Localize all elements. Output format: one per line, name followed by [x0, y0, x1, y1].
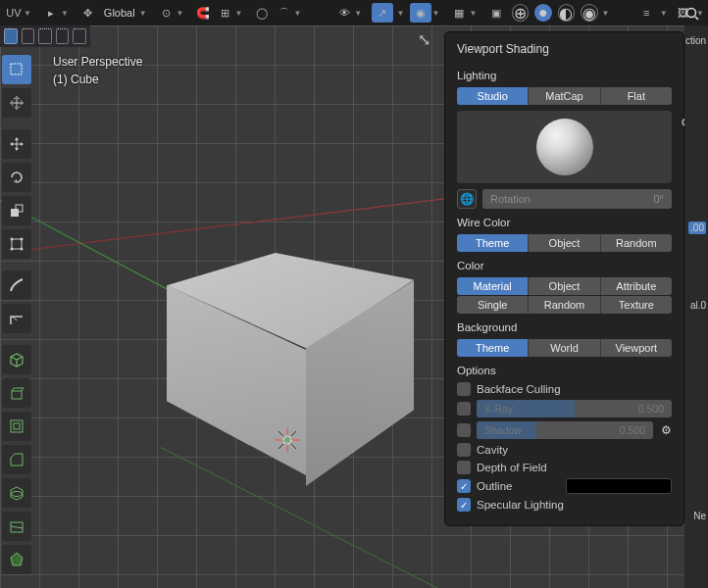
bg-world-button[interactable]: World — [529, 339, 600, 357]
shading-solid-icon[interactable]: ● — [534, 4, 551, 22]
color-single-button[interactable]: Single — [457, 296, 529, 314]
svg-point-22 — [21, 238, 24, 241]
info-perspective: User Perspective — [53, 55, 142, 69]
specular-checkbox[interactable] — [457, 498, 471, 512]
overlay-icon[interactable]: ◉ — [410, 3, 431, 23]
wirecolor-theme-button[interactable]: Theme — [457, 234, 529, 252]
lighting-flat-button[interactable]: Flat — [601, 87, 672, 105]
snap-grid-icon[interactable]: ⊞ — [215, 3, 234, 23]
flag-icon[interactable]: ▸ — [41, 3, 61, 23]
bg-viewport-button[interactable]: Viewport — [601, 339, 672, 357]
tool-knife[interactable] — [2, 512, 31, 541]
svg-line-11 — [695, 17, 698, 20]
outline-color-swatch[interactable] — [566, 478, 672, 494]
tool-annotate[interactable] — [2, 270, 31, 300]
tool-rotate[interactable] — [2, 163, 31, 192]
rotation-field[interactable]: Rotation 0° — [482, 189, 672, 209]
rotation-label: Rotation — [490, 193, 531, 205]
xray-slider[interactable]: X-Ray 0.500 — [477, 400, 672, 417]
bg-theme-button[interactable]: Theme — [457, 339, 529, 357]
snap-icon[interactable]: 🧲 — [193, 3, 213, 23]
backface-label: Backface Culling — [477, 383, 561, 395]
dof-checkbox[interactable] — [457, 461, 471, 474]
studio-preview[interactable]: ⚙ — [457, 111, 672, 183]
cavity-checkbox[interactable] — [457, 443, 471, 457]
search-icon[interactable] — [683, 4, 702, 24]
lighting-label: Lighting — [457, 70, 672, 81]
tool-move[interactable] — [2, 129, 31, 159]
tool-loopcut[interactable] — [2, 478, 31, 508]
chevron-down-icon: ▼ — [177, 9, 184, 18]
xray-checkbox[interactable] — [457, 402, 471, 416]
lighting-studio-button[interactable]: Studio — [457, 87, 529, 105]
cavity-label: Cavity — [477, 444, 508, 456]
backface-row[interactable]: Backface Culling — [457, 382, 672, 396]
lighting-mode-row: Studio MatCap Flat — [457, 87, 672, 105]
shading-render-icon[interactable]: ◉ — [581, 4, 597, 22]
color-random-button[interactable]: Random — [529, 296, 600, 314]
orientation-label: Global — [100, 7, 139, 19]
falloff-icon[interactable]: ⌒ — [274, 3, 293, 23]
shading-matprev-icon[interactable]: ◐ — [558, 4, 575, 22]
gizmo-icon[interactable]: ↗ — [372, 3, 392, 23]
dof-row[interactable]: Depth of Field — [457, 461, 672, 474]
shadow-label: Shadow — [484, 421, 522, 439]
world-space-icon[interactable]: 🌐 — [457, 189, 477, 209]
gear-icon[interactable]: ⚙ — [661, 423, 672, 437]
select-mode-extend[interactable] — [22, 28, 35, 44]
tool-poly[interactable] — [2, 545, 31, 574]
svg-rect-25 — [12, 391, 22, 399]
edge-text: ction — [685, 35, 706, 46]
shadow-checkbox[interactable] — [457, 423, 471, 437]
visibility-icon[interactable]: 👁 — [334, 3, 354, 23]
svg-rect-18 — [11, 209, 19, 217]
specular-row[interactable]: Specular Lighting — [457, 498, 672, 512]
cavity-row[interactable]: Cavity — [457, 443, 672, 457]
svg-rect-20 — [12, 239, 22, 249]
tool-extrude[interactable] — [2, 378, 31, 408]
chevron-down-icon: ▼ — [24, 9, 31, 18]
select-mode-intersect[interactable] — [73, 28, 86, 44]
editor-type-icon[interactable]: ≡ — [636, 3, 655, 23]
tool-measure[interactable] — [2, 304, 31, 333]
backface-checkbox[interactable] — [457, 382, 471, 396]
tool-cursor[interactable] — [2, 88, 31, 118]
svg-point-10 — [687, 9, 696, 18]
select-mode-set[interactable] — [4, 28, 18, 44]
toggle-icon[interactable]: ▣ — [486, 3, 505, 23]
tool-select[interactable] — [2, 55, 31, 84]
chevron-down-icon: ▼ — [354, 9, 362, 18]
select-mode-invert[interactable] — [56, 28, 70, 44]
color-material-button[interactable]: Material — [457, 277, 529, 295]
outline-row[interactable]: Outline — [457, 478, 672, 494]
select-mode-subtract[interactable] — [38, 28, 52, 44]
proportional-icon[interactable]: ◯ — [252, 3, 272, 23]
shadow-slider[interactable]: Shadow 0.500 — [477, 421, 653, 439]
shading-wire-icon[interactable]: ⊕ — [512, 4, 529, 22]
tool-scale[interactable] — [2, 196, 31, 225]
wirecolor-object-button[interactable]: Object — [529, 234, 600, 252]
pivot-icon[interactable]: ⊙ — [157, 3, 177, 23]
collapse-icon[interactable]: ⤡ — [418, 30, 430, 49]
color-attribute-button[interactable]: Attribute — [601, 277, 672, 295]
tool-add-cube[interactable] — [2, 345, 31, 374]
color-row2: Single Random Texture — [457, 296, 672, 314]
uv-mode-dropdown[interactable]: UV — [4, 3, 24, 23]
svg-rect-12 — [11, 64, 22, 74]
color-texture-button[interactable]: Texture — [601, 296, 672, 314]
tool-transform[interactable] — [2, 229, 31, 259]
xray-icon[interactable]: ▦ — [449, 3, 469, 23]
wirecolor-random-button[interactable]: Random — [601, 234, 672, 252]
tool-inset[interactable] — [2, 412, 31, 441]
options-label: Options — [457, 365, 672, 376]
color-object-button[interactable]: Object — [529, 277, 600, 295]
chevron-down-icon: ▼ — [234, 9, 242, 18]
orientation-icon[interactable]: ✥ — [78, 3, 98, 23]
chevron-down-icon: ▼ — [61, 9, 69, 18]
tool-bevel[interactable] — [2, 445, 31, 474]
viewport-shading-popover: Viewport Shading Lighting Studio MatCap … — [444, 31, 684, 526]
background-label: Background — [457, 321, 672, 333]
lighting-matcap-button[interactable]: MatCap — [529, 87, 600, 105]
rotation-value: 0° — [653, 193, 664, 205]
outline-checkbox[interactable] — [457, 479, 471, 493]
